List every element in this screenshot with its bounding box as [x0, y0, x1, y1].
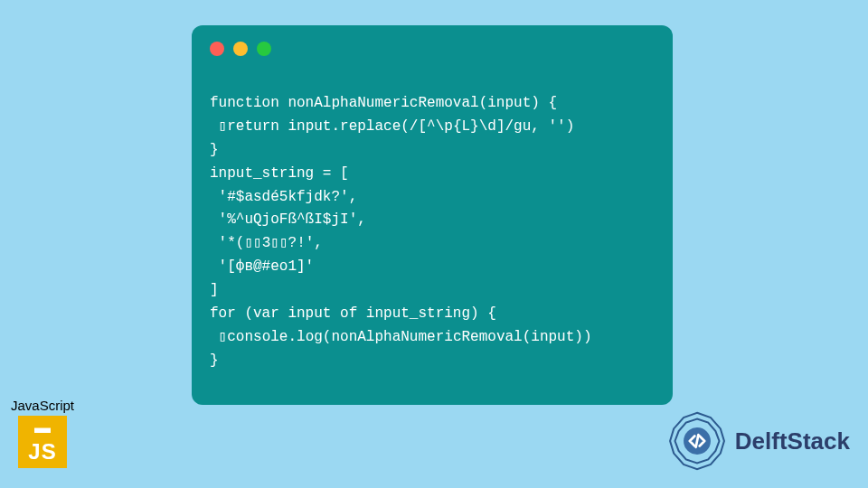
shield-icon: ▬: [24, 419, 61, 436]
brand-logo-icon: [666, 410, 728, 472]
code-line: '#$asdé5kfjdk?',: [210, 189, 357, 205]
code-line: ]: [210, 282, 219, 298]
code-line: '*(▯▯3▯▯?!',: [210, 235, 323, 251]
brand: DelftStack: [666, 410, 850, 472]
close-icon[interactable]: [210, 42, 224, 56]
brand-name: DelftStack: [735, 427, 850, 455]
window-controls: [210, 42, 655, 56]
maximize-icon[interactable]: [257, 42, 271, 56]
javascript-badge: JavaScript ▬: [11, 398, 74, 468]
code-line: }: [210, 142, 219, 158]
code-line: }: [210, 352, 219, 369]
code-line: '%^uQjoFß^ßI$jI',: [210, 211, 366, 228]
code-block: function nonAlphaNumericRemoval(input) {…: [210, 69, 655, 397]
code-line: function nonAlphaNumericRemoval(input) {: [210, 95, 557, 111]
js-logo-icon: ▬: [18, 416, 67, 468]
code-line: for (var input of input_string) {: [210, 305, 496, 322]
code-line: '[фв@#еo1]': [210, 258, 314, 275]
code-line: ▯console.log(nonAlphaNumericRemoval(inpu…: [210, 329, 592, 345]
code-window: function nonAlphaNumericRemoval(input) {…: [192, 25, 673, 405]
code-line: input_string = [: [210, 165, 349, 182]
language-label: JavaScript: [11, 398, 74, 413]
code-line: ▯return input.replace(/[^\p{L}\d]/gu, ''…: [210, 118, 574, 135]
minimize-icon[interactable]: [233, 42, 248, 56]
